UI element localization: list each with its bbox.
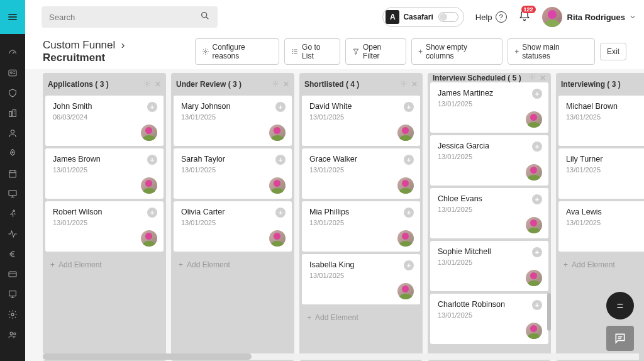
kanban-card[interactable]: Ava Lewis13/01/2025+: [558, 201, 644, 252]
kanban-card[interactable]: James Brown13/01/2025+: [45, 148, 164, 199]
card-add-icon[interactable]: +: [404, 102, 414, 112]
show-main-statuses-button[interactable]: + Show main statuses: [508, 38, 595, 65]
card-avatar: [141, 230, 157, 247]
column-close-icon[interactable]: ✕: [155, 80, 161, 89]
sidebar-credit-card-icon[interactable]: [0, 264, 25, 284]
search-input[interactable]: [49, 13, 200, 22]
add-element-button[interactable]: +Add Element: [556, 254, 644, 275]
card-add-icon[interactable]: +: [532, 89, 542, 99]
kanban-card[interactable]: Charlotte Robinson13/01/2025+: [430, 294, 548, 344]
column-gear-icon[interactable]: [528, 73, 536, 82]
kanban-card[interactable]: Isabella King13/01/2025+: [302, 254, 420, 304]
kanban-card[interactable]: Sarah Taylor13/01/2025+: [174, 148, 292, 199]
kanban-card[interactable]: Grace Walker13/01/2025+: [302, 148, 420, 199]
column-gear-icon[interactable]: [272, 80, 279, 89]
sidebar-euro-icon[interactable]: [0, 244, 25, 264]
svg-point-31: [14, 333, 16, 335]
card-date: 13/01/2025: [438, 311, 541, 319]
column-gear-icon[interactable]: [400, 80, 408, 89]
fab-chat-button[interactable]: [606, 326, 634, 351]
help-link[interactable]: Help ?: [475, 11, 507, 23]
shield-icon: [8, 88, 18, 98]
user-menu[interactable]: Rita Rodrigues: [542, 7, 636, 27]
card-date: 13/01/2025: [181, 113, 284, 121]
add-element-button[interactable]: +Add Element: [299, 307, 423, 328]
card-avatar: [397, 125, 414, 141]
column-header: Interviewing ( 3 )✕: [556, 73, 644, 96]
card-add-icon[interactable]: +: [275, 155, 286, 165]
card-date: 13/01/2025: [566, 113, 644, 121]
card-add-icon[interactable]: +: [147, 102, 157, 112]
add-element-button[interactable]: +Add Element: [171, 254, 294, 275]
sidebar-calendar-icon[interactable]: [0, 164, 25, 184]
vertical-scrollbar[interactable]: [547, 73, 551, 361]
card-add-icon[interactable]: +: [532, 300, 542, 310]
svg-point-40: [147, 82, 148, 84]
kanban-card[interactable]: Michael Brown13/01/2025+: [558, 96, 644, 146]
sidebar-gear-icon[interactable]: [0, 304, 25, 325]
brand-switcher[interactable]: A Casafari: [382, 7, 464, 27]
card-add-icon[interactable]: +: [532, 142, 542, 152]
fab-equals-button[interactable]: =: [606, 292, 634, 319]
filter-icon: [352, 48, 360, 55]
search-input-wrap[interactable]: [42, 6, 218, 28]
sidebar-dashboard-icon[interactable]: [0, 43, 25, 63]
svg-line-5: [13, 52, 14, 54]
card-add-icon[interactable]: +: [147, 155, 157, 165]
column-close-icon[interactable]: ✕: [411, 80, 418, 89]
kanban-card[interactable]: Mary Johnson13/01/2025+: [174, 96, 292, 146]
kanban-card[interactable]: David White13/01/2025+: [302, 96, 420, 146]
card-add-icon[interactable]: +: [532, 247, 542, 257]
horizontal-scrollbar[interactable]: [43, 353, 639, 360]
column-header: Interview Scheduled ( 5 )✕: [428, 73, 551, 82]
show-empty-columns-button[interactable]: + Show empty columns: [411, 38, 502, 65]
brand-name: Casafari: [403, 13, 433, 21]
card-date: 13/01/2025: [309, 272, 413, 279]
search-icon: [200, 11, 210, 23]
open-filter-button[interactable]: Open Filter: [345, 38, 406, 65]
kanban-card[interactable]: Sophie Mitchell13/01/2025+: [430, 241, 548, 291]
card-add-icon[interactable]: +: [404, 260, 414, 270]
buildings-icon: [8, 108, 18, 118]
card-add-icon[interactable]: +: [147, 208, 157, 218]
kanban-card[interactable]: John Smith06/03/2024+: [45, 96, 164, 146]
column-close-icon[interactable]: ✕: [540, 74, 546, 82]
sidebar-users-icon[interactable]: [0, 325, 25, 345]
go-to-list-button[interactable]: Go to List: [284, 38, 340, 65]
sidebar-buildings-icon[interactable]: [0, 103, 25, 123]
sidebar-user-icon[interactable]: [0, 123, 25, 143]
kanban-card[interactable]: Mia Phillips13/01/2025+: [302, 201, 420, 252]
column-gear-icon[interactable]: [143, 80, 151, 89]
column-close-icon[interactable]: ✕: [283, 80, 289, 89]
breadcrumb-parent[interactable]: Custom Funnel: [43, 39, 115, 51]
sidebar-rocket-icon[interactable]: [0, 143, 25, 164]
kanban-card[interactable]: Olivia Carter13/01/2025+: [174, 201, 292, 252]
sidebar-running-icon[interactable]: [0, 204, 25, 224]
kanban-card[interactable]: James Martinez13/01/2025+: [430, 82, 548, 133]
brand-toggle[interactable]: [438, 12, 458, 22]
card-add-icon[interactable]: +: [275, 102, 286, 112]
card-add-icon[interactable]: +: [404, 155, 414, 165]
sidebar-desktop-icon[interactable]: [0, 184, 25, 204]
hamburger-menu[interactable]: [0, 0, 25, 34]
kanban-card[interactable]: Lily Turner13/01/2025+: [558, 148, 644, 199]
configure-reasons-button[interactable]: Configure reasons: [195, 38, 280, 65]
card-add-icon[interactable]: +: [275, 208, 286, 218]
exit-button[interactable]: Exit: [600, 43, 626, 60]
column-header: Shortlisted ( 4 )✕: [299, 73, 423, 96]
sidebar-activity-icon[interactable]: [0, 224, 25, 244]
card-name: Sarah Taylor: [181, 155, 284, 164]
card-add-icon[interactable]: +: [532, 194, 542, 204]
svg-point-15: [12, 152, 13, 153]
sidebar-presentation-icon[interactable]: [0, 284, 25, 304]
kanban-card[interactable]: Chloe Evans13/01/2025+: [430, 188, 548, 238]
card-add-icon[interactable]: +: [404, 208, 414, 218]
notifications-button[interactable]: 122: [518, 9, 531, 25]
card-name: Michael Brown: [566, 102, 644, 111]
add-element-button[interactable]: +Add Element: [43, 254, 166, 275]
sidebar-shield-icon[interactable]: [0, 83, 25, 103]
card-avatar: [269, 230, 286, 247]
sidebar-id-card-icon[interactable]: [0, 63, 25, 83]
kanban-card[interactable]: Robert Wilson13/01/2025+: [45, 201, 164, 252]
kanban-card[interactable]: Jessica Garcia13/01/2025+: [430, 135, 548, 186]
